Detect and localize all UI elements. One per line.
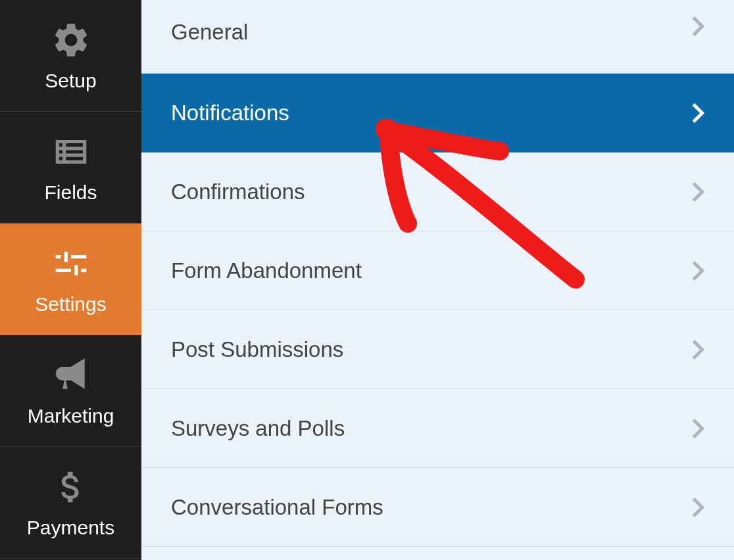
settings-panel: General Notifications Confirmations Form…	[141, 0, 734, 560]
settings-item-surveys-polls[interactable]: Surveys and Polls	[141, 389, 734, 468]
settings-item-conversational-forms[interactable]: Conversational Forms	[141, 468, 734, 547]
bullhorn-icon	[51, 355, 91, 396]
sidebar-item-label: Fields	[44, 181, 97, 204]
settings-item-post-submissions[interactable]: Post Submissions	[141, 310, 734, 389]
sidebar-item-label: Settings	[35, 293, 106, 315]
sidebar-item-label: Marketing	[28, 405, 114, 427]
settings-item-general[interactable]: General	[141, 0, 734, 74]
list-icon	[51, 131, 91, 172]
settings-item-label: Confirmations	[171, 179, 305, 204]
dollar-icon	[51, 467, 91, 507]
settings-item-label: Surveys and Polls	[171, 416, 345, 441]
settings-item-notifications[interactable]: Notifications	[141, 74, 734, 152]
settings-item-confirmations[interactable]: Confirmations	[141, 152, 734, 231]
settings-item-form-abandonment[interactable]: Form Abandonment	[141, 231, 734, 310]
sidebar-item-payments[interactable]: Payments	[0, 447, 141, 559]
sidebar-item-fields[interactable]: Fields	[0, 112, 141, 223]
chevron-right-icon	[691, 20, 704, 33]
chevron-right-icon	[691, 343, 704, 356]
sidebar-item-label: Payments	[27, 517, 114, 539]
chevron-right-icon	[691, 185, 704, 198]
settings-item-label: Form Abandonment	[171, 258, 362, 283]
settings-item-label: Conversational Forms	[171, 495, 383, 520]
gear-icon	[51, 20, 91, 60]
chevron-right-icon	[691, 264, 704, 277]
sliders-icon	[51, 243, 91, 284]
chevron-right-icon	[691, 501, 704, 514]
sidebar-nav: Setup Fields Settings Marketing Payments	[0, 0, 141, 560]
settings-item-label: Notifications	[171, 101, 289, 126]
sidebar-item-settings[interactable]: Settings	[0, 223, 141, 335]
sidebar-item-marketing[interactable]: Marketing	[0, 335, 141, 447]
settings-item-label: General	[171, 20, 248, 45]
settings-item-label: Post Submissions	[171, 337, 343, 362]
chevron-right-icon	[691, 106, 704, 120]
chevron-right-icon	[691, 422, 704, 435]
sidebar-item-label: Setup	[45, 70, 96, 92]
sidebar-item-setup[interactable]: Setup	[0, 0, 141, 112]
